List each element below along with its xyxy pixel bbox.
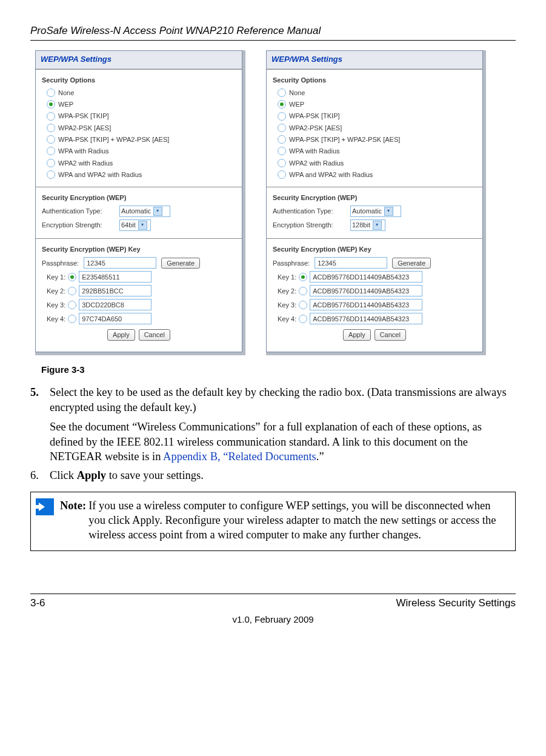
cancel-button[interactable]: Cancel bbox=[375, 329, 406, 340]
section-title-wep: Security Encryption (WEP) bbox=[273, 191, 476, 204]
step5-number: 5. bbox=[30, 385, 41, 464]
auth-type-select[interactable]: Automatic ▾ bbox=[350, 206, 401, 217]
key2-input[interactable]: ACDB95776DD114409AB54323 bbox=[310, 285, 422, 296]
key4-input[interactable]: ACDB95776DD114409AB54323 bbox=[310, 313, 422, 324]
body-content: 5. Select the key to be used as the defa… bbox=[30, 385, 516, 483]
key3-label: Key 3: bbox=[278, 301, 296, 309]
opt-label: WPA-PSK [TKIP] bbox=[58, 112, 109, 120]
key1-radio[interactable] bbox=[299, 273, 307, 281]
opt-wpa2psk-aes[interactable]: WPA2-PSK [AES] bbox=[273, 122, 476, 133]
opt-wpapsk-tkip[interactable]: WPA-PSK [TKIP] bbox=[42, 110, 236, 122]
chevron-down-icon: ▾ bbox=[153, 207, 162, 216]
opt-wpa-radius[interactable]: WPA with Radius bbox=[42, 146, 236, 157]
key3-radio[interactable] bbox=[68, 301, 76, 309]
enc-strength-label: Encryption Strength: bbox=[273, 221, 345, 229]
key2-label: Key 2: bbox=[278, 287, 296, 295]
enc-strength-select[interactable]: 128bit ▾ bbox=[350, 219, 385, 231]
key3-row: Key 3: ACDB95776DD114409AB54323 bbox=[278, 298, 476, 312]
opt-wpa-radius[interactable]: WPA with Radius bbox=[273, 146, 476, 157]
select-value: Automatic bbox=[352, 207, 382, 215]
opt-none[interactable]: None bbox=[42, 87, 236, 98]
note-text: Note: If you use a wireless computer to … bbox=[60, 492, 515, 550]
select-value: 128bit bbox=[352, 221, 370, 229]
key4-row: Key 4: ACDB95776DD114409AB54323 bbox=[278, 312, 476, 326]
key3-input[interactable]: 3DCD220BC8 bbox=[79, 299, 151, 310]
footer-section: Wireless Security Settings bbox=[396, 597, 516, 610]
footer-version: v1.0, February 2009 bbox=[30, 614, 516, 626]
radio-icon bbox=[278, 147, 286, 155]
opt-label: WEP bbox=[289, 100, 304, 109]
key1-input[interactable]: E235485511 bbox=[79, 271, 151, 283]
section-title-options: Security Options bbox=[42, 73, 236, 87]
doc-footer: 3-6 Wireless Security Settings bbox=[30, 594, 516, 610]
apply-button[interactable]: Apply bbox=[107, 329, 135, 340]
opt-label: WEP bbox=[58, 100, 73, 109]
cancel-button[interactable]: Cancel bbox=[139, 329, 170, 340]
key1-input[interactable]: ACDB95776DD114409AB54323 bbox=[310, 271, 422, 283]
key4-row: Key 4: 97C74DA650 bbox=[47, 312, 236, 326]
passphrase-input[interactable]: 12345 bbox=[315, 257, 387, 269]
step-5: 5. Select the key to be used as the defa… bbox=[30, 385, 516, 464]
key1-row: Key 1: ACDB95776DD114409AB54323 bbox=[278, 270, 476, 284]
step5-text-b: See the document “Wireless Communication… bbox=[50, 420, 516, 464]
key3-label: Key 3: bbox=[47, 301, 65, 309]
opt-wep[interactable]: WEP bbox=[273, 99, 476, 110]
generate-button[interactable]: Generate bbox=[161, 258, 200, 269]
enc-strength-select[interactable]: 64bit ▾ bbox=[119, 219, 151, 231]
opt-wpapsk-tkip-wpa2psk-aes[interactable]: WPA-PSK [TKIP] + WPA2-PSK [AES] bbox=[273, 133, 476, 145]
opt-label: WPA2 with Radius bbox=[58, 159, 113, 167]
passphrase-input[interactable]: 12345 bbox=[84, 257, 156, 269]
key2-radio[interactable] bbox=[68, 287, 76, 295]
opt-wpa-wpa2-radius[interactable]: WPA and WPA2 with Radius bbox=[273, 169, 476, 180]
step5b-post: .” bbox=[316, 450, 324, 463]
radio-icon bbox=[278, 112, 286, 121]
note-box: Note: If you use a wireless computer to … bbox=[30, 492, 516, 551]
opt-wep[interactable]: WEP bbox=[42, 99, 236, 110]
passphrase-label: Passphrase: bbox=[42, 259, 79, 267]
section-title-wepkey: Security Encryption (WEP) Key bbox=[273, 243, 476, 256]
key2-input[interactable]: 292BB51BCC bbox=[79, 285, 151, 296]
opt-wpa2psk-aes[interactable]: WPA2-PSK [AES] bbox=[42, 122, 236, 133]
auth-type-select[interactable]: Automatic ▾ bbox=[119, 206, 170, 217]
radio-icon bbox=[278, 135, 286, 144]
opt-wpapsk-tkip[interactable]: WPA-PSK [TKIP] bbox=[273, 110, 476, 122]
chevron-down-icon: ▾ bbox=[373, 221, 382, 230]
key1-radio[interactable] bbox=[68, 273, 76, 281]
key4-input[interactable]: 97C74DA650 bbox=[79, 313, 151, 324]
radio-icon bbox=[47, 100, 55, 109]
key1-label: Key 1: bbox=[278, 273, 296, 281]
radio-icon bbox=[47, 112, 55, 121]
apply-button[interactable]: Apply bbox=[343, 329, 371, 340]
step6-bold: Apply bbox=[77, 469, 106, 481]
step-6: 6. Click Apply to save your settings. bbox=[30, 468, 516, 483]
opt-wpa-wpa2-radius[interactable]: WPA and WPA2 with Radius bbox=[42, 169, 236, 180]
appendix-b-link[interactable]: Appendix B, “Related Documents bbox=[163, 450, 316, 463]
key3-input[interactable]: ACDB95776DD114409AB54323 bbox=[310, 299, 422, 310]
opt-none[interactable]: None bbox=[273, 87, 476, 98]
opt-label: WPA-PSK [TKIP] + WPA2-PSK [AES] bbox=[289, 135, 400, 144]
step6-number: 6. bbox=[30, 468, 41, 483]
radio-icon bbox=[47, 89, 55, 97]
step5-text-a: Select the key to be used as the default… bbox=[50, 385, 516, 415]
key4-radio[interactable] bbox=[299, 315, 307, 323]
key4-label: Key 4: bbox=[47, 315, 65, 323]
opt-wpapsk-tkip-wpa2psk-aes[interactable]: WPA-PSK [TKIP] + WPA2-PSK [AES] bbox=[42, 133, 236, 145]
radio-icon bbox=[278, 100, 286, 109]
opt-wpa2-radius[interactable]: WPA2 with Radius bbox=[42, 157, 236, 169]
key4-radio[interactable] bbox=[68, 315, 76, 323]
note-body: If you use a wireless computer to config… bbox=[88, 498, 508, 542]
figure-panels: WEP/WPA Settings Security Options None W… bbox=[35, 50, 516, 355]
key2-radio[interactable] bbox=[299, 287, 307, 295]
generate-button[interactable]: Generate bbox=[392, 258, 431, 269]
opt-wpa2-radius[interactable]: WPA2 with Radius bbox=[273, 157, 476, 169]
section-wep-key-right: Security Encryption (WEP) Key Passphrase… bbox=[267, 238, 482, 352]
select-value: Automatic bbox=[121, 207, 151, 215]
passphrase-label: Passphrase: bbox=[273, 259, 310, 267]
key4-label: Key 4: bbox=[278, 315, 296, 323]
radio-icon bbox=[278, 159, 286, 167]
step6-pre: Click bbox=[50, 469, 77, 481]
radio-icon bbox=[278, 89, 286, 97]
opt-label: WPA2-PSK [AES] bbox=[289, 124, 342, 132]
figure-caption: Figure 3-3 bbox=[41, 364, 516, 376]
key3-radio[interactable] bbox=[299, 301, 307, 309]
